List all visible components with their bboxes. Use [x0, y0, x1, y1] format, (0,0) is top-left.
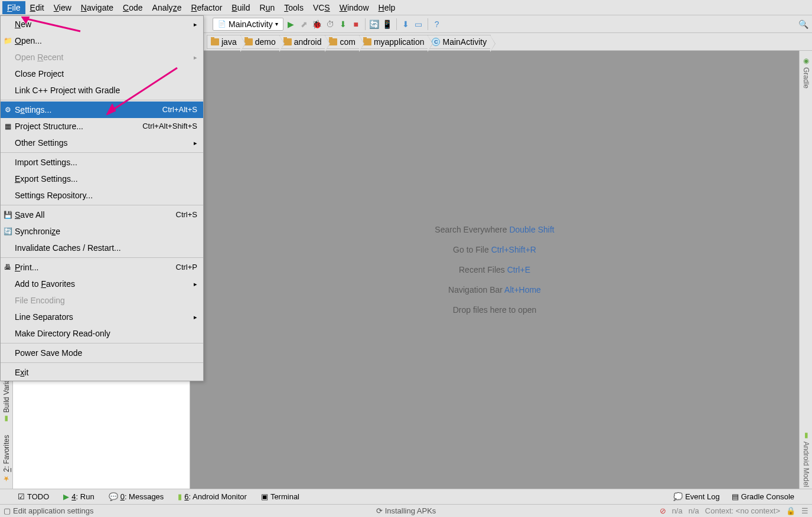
stop-icon[interactable]: ■ — [351, 19, 361, 30]
menu-tools[interactable]: Tools — [279, 1, 308, 14]
menu-item-label: Add to Favorites — [15, 277, 75, 290]
menu-view[interactable]: View — [49, 1, 76, 14]
menu-item-label: Open Recent — [15, 51, 64, 64]
lock-icon[interactable]: 🔒 — [786, 506, 795, 515]
menu-item-exit[interactable]: Exit — [1, 364, 203, 381]
android-icon: ▮ — [178, 492, 182, 501]
tab-event-log[interactable]: 💭Event Log — [673, 492, 720, 501]
tab-android-model[interactable]: ▮Android Model — [802, 431, 810, 487]
menu-file[interactable]: File — [2, 1, 25, 14]
tab-todo[interactable]: ☑TODO — [18, 492, 49, 501]
folder-icon: 📁 — [3, 36, 12, 45]
star-icon: ★ — [2, 475, 11, 483]
crumb-android[interactable]: android — [279, 35, 325, 49]
menu-item-project-structure[interactable]: ▦Project Structure...Ctrl+Alt+Shift+S — [1, 118, 203, 135]
menu-item-other-settings[interactable]: Other Settings▸ — [1, 135, 203, 151]
arrow-up-icon[interactable]: ⬈ — [299, 19, 309, 30]
tab-favorites[interactable]: ★2: Favorites — [2, 435, 11, 483]
menu-item-save-all[interactable]: 💾Save AllCtrl+S — [1, 207, 203, 223]
sdk-icon[interactable]: ⬇ — [400, 19, 411, 30]
menu-help[interactable]: Help — [374, 1, 400, 14]
tab-gradle[interactable]: ◉Gradle — [802, 57, 810, 89]
help-icon[interactable]: ? — [432, 19, 442, 30]
menu-vcs[interactable]: VCS — [308, 1, 335, 14]
error-icon[interactable]: ⊘ — [660, 506, 666, 515]
menu-item-label: Exit — [15, 366, 28, 379]
menu-edit[interactable]: Edit — [25, 1, 49, 14]
submenu-arrow-icon: ▸ — [194, 310, 197, 323]
menu-item-settings[interactable]: ⚙Settings...Ctrl+Alt+S — [1, 102, 203, 118]
android-icon: ▮ — [802, 431, 810, 439]
menu-item-file-encoding: File Encoding — [1, 292, 203, 309]
right-tool-strip: ◉Gradle ▮Android Model — [799, 51, 812, 489]
todo-icon: ☑ — [18, 492, 25, 501]
menu-item-label: File Encoding — [15, 294, 65, 307]
menu-code[interactable]: Code — [118, 1, 147, 14]
debug-icon[interactable]: 🐞 — [312, 19, 322, 30]
avd-icon[interactable]: 📱 — [382, 19, 393, 30]
menu-window[interactable]: Window — [335, 1, 374, 14]
menu-refactor[interactable]: Refactor — [186, 1, 227, 14]
status-bar: ▢ Edit application settings ⟳ Installing… — [0, 504, 812, 517]
search-icon[interactable]: 🔍 — [798, 19, 808, 30]
folder-icon — [329, 38, 337, 45]
menu-item-new[interactable]: New▸ — [1, 16, 203, 32]
hector-icon[interactable]: ☰ — [801, 506, 808, 515]
menu-build[interactable]: Build — [227, 1, 255, 14]
print-icon: 🖶 — [3, 263, 12, 272]
sync-gradle-icon[interactable]: 🔄 — [369, 19, 380, 30]
menu-item-print[interactable]: 🖶Print...Ctrl+P — [1, 259, 203, 276]
menu-item-export-settings[interactable]: Export Settings... — [1, 171, 203, 187]
menu-item-label: Power Save Mode — [15, 346, 82, 359]
menu-analyze[interactable]: Analyze — [148, 1, 187, 14]
menu-item-label: Save All — [15, 208, 45, 221]
run-icon: ▶ — [63, 492, 69, 501]
tab-messages[interactable]: 💬0: Messages — [109, 492, 164, 501]
menu-item-invalidate-caches-restart[interactable]: Invalidate Caches / Restart... — [1, 240, 203, 256]
run-icon[interactable]: ▶ — [286, 19, 296, 30]
submenu-arrow-icon: ▸ — [194, 277, 197, 290]
menu-item-link-c-project-with-gradle[interactable]: Link C++ Project with Gradle — [1, 82, 203, 99]
menu-item-label: Import Settings... — [15, 156, 77, 169]
menu-item-line-separators[interactable]: Line Separators▸ — [1, 309, 203, 325]
tab-terminal[interactable]: ▣Terminal — [261, 492, 299, 501]
spinner-icon: ⟳ — [376, 506, 383, 515]
crumb-demo[interactable]: demo — [240, 35, 279, 49]
gradle-icon: ◉ — [802, 57, 810, 65]
attach-icon[interactable]: ⬇ — [338, 19, 348, 30]
hint-recent: Recent Files Ctrl+E — [459, 265, 530, 274]
crumb-java[interactable]: java — [207, 35, 240, 49]
crumb-class[interactable]: CMainActivity — [428, 35, 491, 49]
menu-item-import-settings[interactable]: Import Settings... — [1, 154, 203, 171]
menu-item-make-directory-read-only[interactable]: Make Directory Read-only — [1, 325, 203, 342]
status-context[interactable]: Context: <no context> — [705, 506, 780, 515]
tab-android-monitor[interactable]: ▮6: Android Monitor — [178, 492, 247, 501]
menu-run[interactable]: Run — [255, 1, 280, 14]
run-config-select[interactable]: 📄 MainActivity ▾ — [213, 18, 283, 31]
layout-icon[interactable]: ▭ — [413, 19, 424, 30]
menu-item-power-save-mode[interactable]: Power Save Mode — [1, 345, 203, 361]
menu-item-open[interactable]: 📁Open... — [1, 32, 203, 49]
menu-item-synchronize[interactable]: 🔄Synchronize — [1, 223, 203, 240]
menu-item-add-to-favorites[interactable]: Add to Favorites▸ — [1, 276, 203, 292]
gear-icon: ⚙ — [3, 105, 12, 114]
menu-item-settings-repository[interactable]: Settings Repository... — [1, 187, 203, 204]
menu-item-label: Print... — [15, 261, 38, 274]
menu-item-open-recent: Open Recent▸ — [1, 49, 203, 66]
terminal-icon: ▣ — [261, 492, 268, 501]
menu-item-label: Settings... — [15, 103, 51, 116]
menu-item-close-project[interactable]: Close Project — [1, 66, 203, 82]
menu-item-label: Open... — [15, 34, 42, 47]
editor-area[interactable]: Search Everywhere Double Shift Go to Fil… — [190, 51, 799, 489]
window-icon[interactable]: ▢ — [4, 506, 11, 515]
menu-item-label: Settings Repository... — [15, 189, 93, 202]
menu-separator — [1, 343, 203, 343]
chevron-down-icon: ▾ — [275, 21, 278, 27]
profile-icon[interactable]: ⏱ — [325, 19, 335, 30]
tab-gradle-console[interactable]: ▤Gradle Console — [732, 492, 794, 501]
tab-run[interactable]: ▶4: Run — [63, 492, 94, 501]
hint-gotofile: Go to File Ctrl+Shift+R — [453, 245, 536, 254]
crumb-myapplication[interactable]: myapplication — [359, 35, 428, 49]
messages-icon: 💬 — [109, 492, 118, 501]
menu-navigate[interactable]: Navigate — [76, 1, 118, 14]
